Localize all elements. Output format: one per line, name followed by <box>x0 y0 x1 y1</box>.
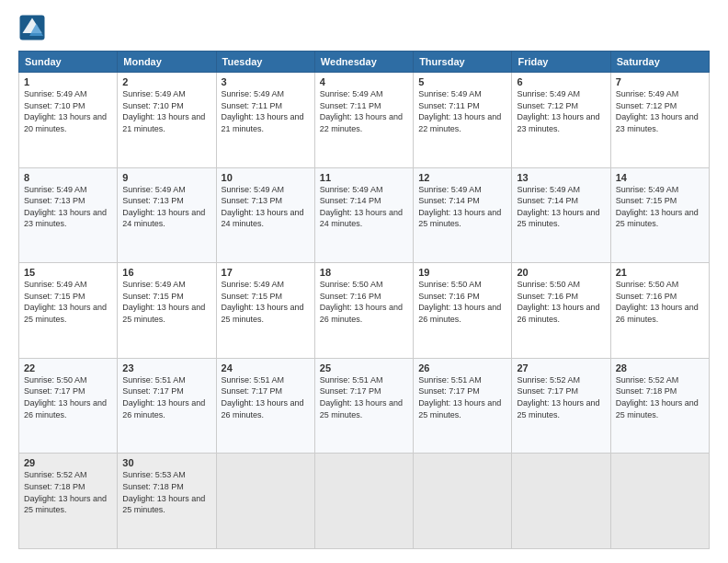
day-number: 6 <box>517 76 605 87</box>
calendar-cell: 18 Sunrise: 5:50 AMSunset: 7:16 PMDaylig… <box>314 263 413 359</box>
day-number: 11 <box>320 172 408 183</box>
day-number: 21 <box>616 267 704 278</box>
cell-content: Sunrise: 5:49 AMSunset: 7:12 PMDaylight:… <box>517 88 605 134</box>
calendar-cell: 16 Sunrise: 5:49 AMSunset: 7:15 PMDaylig… <box>118 263 216 359</box>
calendar-cell: 9 Sunrise: 5:49 AMSunset: 7:13 PMDayligh… <box>118 167 216 263</box>
day-number: 30 <box>122 457 210 468</box>
day-header: Saturday <box>610 52 709 73</box>
day-header: Thursday <box>414 52 512 73</box>
cell-content: Sunrise: 5:49 AMSunset: 7:11 PMDaylight:… <box>418 88 506 134</box>
day-header: Wednesday <box>314 52 413 73</box>
cell-content: Sunrise: 5:49 AMSunset: 7:10 PMDaylight:… <box>24 88 112 134</box>
calendar-cell: 26 Sunrise: 5:51 AMSunset: 7:17 PMDaylig… <box>414 358 512 454</box>
calendar-cell: 12 Sunrise: 5:49 AMSunset: 7:14 PMDaylig… <box>414 167 512 263</box>
calendar-week: 15 Sunrise: 5:49 AMSunset: 7:15 PMDaylig… <box>19 263 710 359</box>
calendar-cell: 10 Sunrise: 5:49 AMSunset: 7:13 PMDaylig… <box>216 167 314 263</box>
cell-content: Sunrise: 5:50 AMSunset: 7:16 PMDaylight:… <box>320 279 408 325</box>
cell-content: Sunrise: 5:49 AMSunset: 7:11 PMDaylight:… <box>320 88 408 134</box>
calendar-cell: 22 Sunrise: 5:50 AMSunset: 7:17 PMDaylig… <box>19 358 118 454</box>
calendar-cell <box>216 454 314 549</box>
day-number: 29 <box>24 457 112 468</box>
cell-content: Sunrise: 5:51 AMSunset: 7:17 PMDaylight:… <box>320 374 408 420</box>
calendar-cell: 25 Sunrise: 5:51 AMSunset: 7:17 PMDaylig… <box>314 358 413 454</box>
day-number: 5 <box>418 76 506 87</box>
cell-content: Sunrise: 5:52 AMSunset: 7:18 PMDaylight:… <box>24 469 112 515</box>
cell-content: Sunrise: 5:50 AMSunset: 7:16 PMDaylight:… <box>616 279 704 325</box>
day-number: 19 <box>418 267 506 278</box>
cell-content: Sunrise: 5:52 AMSunset: 7:17 PMDaylight:… <box>517 374 605 420</box>
cell-content: Sunrise: 5:52 AMSunset: 7:18 PMDaylight:… <box>616 374 704 420</box>
calendar-cell: 11 Sunrise: 5:49 AMSunset: 7:14 PMDaylig… <box>314 167 413 263</box>
day-number: 24 <box>222 362 310 373</box>
calendar-cell: 4 Sunrise: 5:49 AMSunset: 7:11 PMDayligh… <box>314 73 413 168</box>
cell-content: Sunrise: 5:49 AMSunset: 7:11 PMDaylight:… <box>222 88 310 134</box>
day-number: 16 <box>122 267 210 278</box>
day-number: 1 <box>24 76 112 87</box>
cell-content: Sunrise: 5:49 AMSunset: 7:14 PMDaylight:… <box>418 184 506 230</box>
calendar-cell <box>610 454 709 549</box>
header-row: SundayMondayTuesdayWednesdayThursdayFrid… <box>19 52 710 73</box>
cell-content: Sunrise: 5:49 AMSunset: 7:12 PMDaylight:… <box>616 88 704 134</box>
day-number: 8 <box>24 172 112 183</box>
calendar-cell: 28 Sunrise: 5:52 AMSunset: 7:18 PMDaylig… <box>610 358 709 454</box>
calendar-body: 1 Sunrise: 5:49 AMSunset: 7:10 PMDayligh… <box>19 73 710 549</box>
calendar-week: 29 Sunrise: 5:52 AMSunset: 7:18 PMDaylig… <box>19 454 710 549</box>
cell-content: Sunrise: 5:51 AMSunset: 7:17 PMDaylight:… <box>418 374 506 420</box>
day-header: Monday <box>118 52 216 73</box>
calendar-cell: 27 Sunrise: 5:52 AMSunset: 7:17 PMDaylig… <box>512 358 610 454</box>
calendar-cell <box>512 454 610 549</box>
calendar-cell: 24 Sunrise: 5:51 AMSunset: 7:17 PMDaylig… <box>216 358 314 454</box>
cell-content: Sunrise: 5:49 AMSunset: 7:15 PMDaylight:… <box>616 184 704 230</box>
day-number: 26 <box>418 362 506 373</box>
calendar-cell: 21 Sunrise: 5:50 AMSunset: 7:16 PMDaylig… <box>610 263 709 359</box>
calendar-cell: 13 Sunrise: 5:49 AMSunset: 7:14 PMDaylig… <box>512 167 610 263</box>
day-number: 28 <box>616 362 704 373</box>
calendar-week: 1 Sunrise: 5:49 AMSunset: 7:10 PMDayligh… <box>19 73 710 168</box>
cell-content: Sunrise: 5:49 AMSunset: 7:15 PMDaylight:… <box>122 279 210 325</box>
calendar-cell: 1 Sunrise: 5:49 AMSunset: 7:10 PMDayligh… <box>19 73 118 168</box>
calendar-cell: 29 Sunrise: 5:52 AMSunset: 7:18 PMDaylig… <box>19 454 118 549</box>
calendar-cell: 23 Sunrise: 5:51 AMSunset: 7:17 PMDaylig… <box>118 358 216 454</box>
cell-content: Sunrise: 5:51 AMSunset: 7:17 PMDaylight:… <box>222 374 310 420</box>
calendar-week: 22 Sunrise: 5:50 AMSunset: 7:17 PMDaylig… <box>19 358 710 454</box>
day-number: 20 <box>517 267 605 278</box>
day-header: Sunday <box>19 52 118 73</box>
cell-content: Sunrise: 5:49 AMSunset: 7:14 PMDaylight:… <box>320 184 408 230</box>
cell-content: Sunrise: 5:50 AMSunset: 7:16 PMDaylight:… <box>517 279 605 325</box>
calendar-cell: 5 Sunrise: 5:49 AMSunset: 7:11 PMDayligh… <box>414 73 512 168</box>
day-header: Tuesday <box>216 52 314 73</box>
day-number: 14 <box>616 172 704 183</box>
day-number: 27 <box>517 362 605 373</box>
calendar-cell: 17 Sunrise: 5:49 AMSunset: 7:15 PMDaylig… <box>216 263 314 359</box>
cell-content: Sunrise: 5:51 AMSunset: 7:17 PMDaylight:… <box>122 374 210 420</box>
day-number: 18 <box>320 267 408 278</box>
calendar-cell: 20 Sunrise: 5:50 AMSunset: 7:16 PMDaylig… <box>512 263 610 359</box>
logo <box>18 14 50 41</box>
calendar-cell: 7 Sunrise: 5:49 AMSunset: 7:12 PMDayligh… <box>610 73 709 168</box>
day-number: 4 <box>320 76 408 87</box>
calendar-header: SundayMondayTuesdayWednesdayThursdayFrid… <box>19 52 710 73</box>
day-number: 10 <box>222 172 310 183</box>
day-number: 3 <box>222 76 310 87</box>
logo-icon <box>18 14 46 41</box>
calendar-cell: 3 Sunrise: 5:49 AMSunset: 7:11 PMDayligh… <box>216 73 314 168</box>
day-number: 23 <box>122 362 210 373</box>
cell-content: Sunrise: 5:49 AMSunset: 7:15 PMDaylight:… <box>222 279 310 325</box>
day-number: 9 <box>122 172 210 183</box>
cell-content: Sunrise: 5:49 AMSunset: 7:13 PMDaylight:… <box>24 184 112 230</box>
day-number: 25 <box>320 362 408 373</box>
calendar-cell <box>414 454 512 549</box>
cell-content: Sunrise: 5:53 AMSunset: 7:18 PMDaylight:… <box>122 469 210 515</box>
day-number: 7 <box>616 76 704 87</box>
page: SundayMondayTuesdayWednesdayThursdayFrid… <box>0 0 728 563</box>
cell-content: Sunrise: 5:50 AMSunset: 7:17 PMDaylight:… <box>24 374 112 420</box>
day-header: Friday <box>512 52 610 73</box>
cell-content: Sunrise: 5:49 AMSunset: 7:13 PMDaylight:… <box>122 184 210 230</box>
calendar-cell: 2 Sunrise: 5:49 AMSunset: 7:10 PMDayligh… <box>118 73 216 168</box>
cell-content: Sunrise: 5:49 AMSunset: 7:10 PMDaylight:… <box>122 88 210 134</box>
calendar-cell: 8 Sunrise: 5:49 AMSunset: 7:13 PMDayligh… <box>19 167 118 263</box>
calendar-week: 8 Sunrise: 5:49 AMSunset: 7:13 PMDayligh… <box>19 167 710 263</box>
calendar-cell: 6 Sunrise: 5:49 AMSunset: 7:12 PMDayligh… <box>512 73 610 168</box>
cell-content: Sunrise: 5:49 AMSunset: 7:13 PMDaylight:… <box>222 184 310 230</box>
day-number: 2 <box>122 76 210 87</box>
